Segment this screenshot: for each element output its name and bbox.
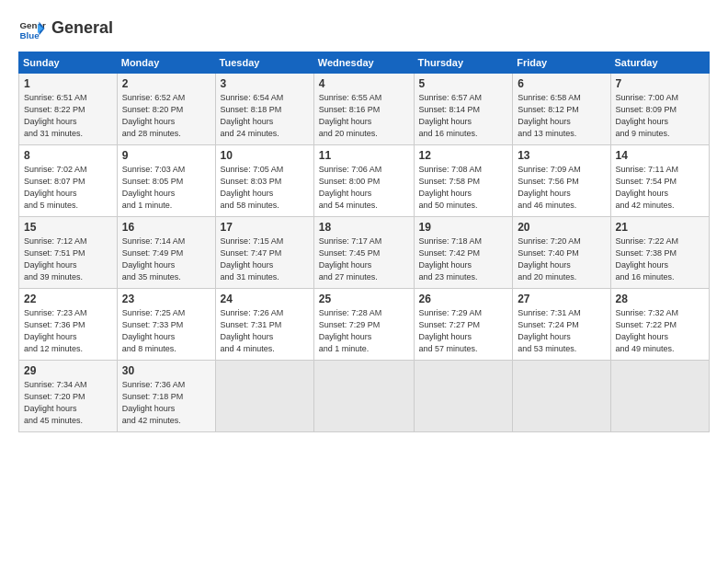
day-number: 15 — [24, 221, 112, 234]
calendar-cell — [513, 361, 610, 432]
calendar-cell: 7 Sunrise: 7:00 AM Sunset: 8:09 PM Dayli… — [610, 74, 709, 145]
calendar-cell: 27 Sunrise: 7:31 AM Sunset: 7:24 PM Dayl… — [513, 289, 610, 361]
weekday-header-saturday: Saturday — [610, 52, 709, 74]
day-info: Sunrise: 7:28 AM Sunset: 7:29 PM Dayligh… — [319, 307, 409, 355]
day-info: Sunrise: 7:02 AM Sunset: 8:07 PM Dayligh… — [24, 164, 112, 212]
calendar-cell: 21 Sunrise: 7:22 AM Sunset: 7:38 PM Dayl… — [610, 217, 709, 289]
day-info: Sunrise: 6:54 AM Sunset: 8:18 PM Dayligh… — [221, 92, 309, 140]
weekday-header-wednesday: Wednesday — [313, 52, 414, 74]
day-number: 21 — [616, 221, 704, 234]
weekday-header-thursday: Thursday — [414, 52, 513, 74]
calendar-cell: 4 Sunrise: 6:55 AM Sunset: 8:16 PM Dayli… — [313, 74, 414, 145]
logo-icon: General Blue — [18, 15, 46, 42]
day-number: 3 — [221, 77, 309, 90]
day-info: Sunrise: 7:09 AM Sunset: 7:56 PM Dayligh… — [518, 164, 605, 212]
logo-line1: General — [51, 19, 113, 38]
day-number: 4 — [319, 77, 409, 90]
calendar-cell: 14 Sunrise: 7:11 AM Sunset: 7:54 PM Dayl… — [610, 145, 709, 217]
day-info: Sunrise: 6:52 AM Sunset: 8:20 PM Dayligh… — [122, 92, 210, 140]
day-info: Sunrise: 7:15 AM Sunset: 7:47 PM Dayligh… — [221, 236, 309, 283]
svg-text:Blue: Blue — [20, 30, 40, 40]
day-info: Sunrise: 7:23 AM Sunset: 7:36 PM Dayligh… — [24, 307, 112, 355]
calendar-cell: 10 Sunrise: 7:05 AM Sunset: 8:03 PM Dayl… — [215, 145, 313, 217]
day-info: Sunrise: 6:58 AM Sunset: 8:12 PM Dayligh… — [518, 92, 605, 140]
calendar-cell: 29 Sunrise: 7:34 AM Sunset: 7:20 PM Dayl… — [19, 361, 118, 432]
day-number: 17 — [221, 221, 309, 234]
day-number: 26 — [419, 293, 508, 305]
day-number: 9 — [122, 149, 210, 162]
day-info: Sunrise: 7:18 AM Sunset: 7:42 PM Dayligh… — [419, 236, 508, 283]
day-number: 20 — [518, 221, 605, 234]
day-info: Sunrise: 7:26 AM Sunset: 7:31 PM Dayligh… — [221, 307, 309, 355]
calendar-cell: 16 Sunrise: 7:14 AM Sunset: 7:49 PM Dayl… — [117, 217, 215, 289]
day-info: Sunrise: 7:11 AM Sunset: 7:54 PM Dayligh… — [616, 164, 704, 212]
day-info: Sunrise: 7:25 AM Sunset: 7:33 PM Dayligh… — [122, 307, 210, 355]
weekday-header-monday: Monday — [117, 52, 215, 74]
day-number: 30 — [122, 364, 210, 377]
weekday-header-sunday: Sunday — [19, 52, 118, 74]
calendar-cell: 23 Sunrise: 7:25 AM Sunset: 7:33 PM Dayl… — [117, 289, 215, 361]
logo-text: General — [51, 19, 113, 38]
day-info: Sunrise: 7:14 AM Sunset: 7:49 PM Dayligh… — [122, 236, 210, 283]
calendar-week-2: 8 Sunrise: 7:02 AM Sunset: 8:07 PM Dayli… — [19, 145, 710, 217]
day-number: 1 — [24, 77, 112, 90]
calendar-cell: 11 Sunrise: 7:06 AM Sunset: 8:00 PM Dayl… — [313, 145, 414, 217]
day-number: 28 — [616, 293, 704, 305]
day-info: Sunrise: 7:00 AM Sunset: 8:09 PM Dayligh… — [616, 92, 704, 140]
day-number: 22 — [24, 293, 112, 305]
calendar-cell: 22 Sunrise: 7:23 AM Sunset: 7:36 PM Dayl… — [19, 289, 118, 361]
day-info: Sunrise: 7:12 AM Sunset: 7:51 PM Dayligh… — [24, 236, 112, 283]
day-number: 2 — [122, 77, 210, 90]
calendar-cell — [313, 361, 414, 432]
day-number: 18 — [319, 221, 409, 234]
calendar-cell: 8 Sunrise: 7:02 AM Sunset: 8:07 PM Dayli… — [19, 145, 118, 217]
day-number: 24 — [221, 293, 309, 305]
calendar-cell: 18 Sunrise: 7:17 AM Sunset: 7:45 PM Dayl… — [313, 217, 414, 289]
calendar-cell: 24 Sunrise: 7:26 AM Sunset: 7:31 PM Dayl… — [215, 289, 313, 361]
calendar-cell — [610, 361, 709, 432]
day-number: 6 — [518, 77, 605, 90]
weekday-header-tuesday: Tuesday — [215, 52, 313, 74]
calendar-cell — [414, 361, 513, 432]
day-info: Sunrise: 6:57 AM Sunset: 8:14 PM Dayligh… — [419, 92, 508, 140]
calendar-week-3: 15 Sunrise: 7:12 AM Sunset: 7:51 PM Dayl… — [19, 217, 710, 289]
day-info: Sunrise: 7:03 AM Sunset: 8:05 PM Dayligh… — [122, 164, 210, 212]
day-info: Sunrise: 7:34 AM Sunset: 7:20 PM Dayligh… — [24, 379, 112, 427]
day-number: 12 — [419, 149, 508, 162]
day-number: 13 — [518, 149, 605, 162]
calendar-cell: 2 Sunrise: 6:52 AM Sunset: 8:20 PM Dayli… — [117, 74, 215, 145]
day-info: Sunrise: 6:55 AM Sunset: 8:16 PM Dayligh… — [319, 92, 409, 140]
day-number: 14 — [616, 149, 704, 162]
day-number: 5 — [419, 77, 508, 90]
day-number: 19 — [419, 221, 508, 234]
day-number: 16 — [122, 221, 210, 234]
calendar-cell: 13 Sunrise: 7:09 AM Sunset: 7:56 PM Dayl… — [513, 145, 610, 217]
day-info: Sunrise: 6:51 AM Sunset: 8:22 PM Dayligh… — [24, 92, 112, 140]
day-info: Sunrise: 7:05 AM Sunset: 8:03 PM Dayligh… — [221, 164, 309, 212]
calendar-cell: 5 Sunrise: 6:57 AM Sunset: 8:14 PM Dayli… — [414, 74, 513, 145]
day-info: Sunrise: 7:17 AM Sunset: 7:45 PM Dayligh… — [319, 236, 409, 283]
day-number: 29 — [24, 364, 112, 377]
day-number: 8 — [24, 149, 112, 162]
calendar-week-1: 1 Sunrise: 6:51 AM Sunset: 8:22 PM Dayli… — [19, 74, 710, 145]
page: General Blue General SundayMondayTuesday… — [0, 0, 728, 563]
day-info: Sunrise: 7:29 AM Sunset: 7:27 PM Dayligh… — [419, 307, 508, 355]
calendar-cell: 17 Sunrise: 7:15 AM Sunset: 7:47 PM Dayl… — [215, 217, 313, 289]
logo: General Blue General — [18, 15, 113, 42]
day-number: 7 — [616, 77, 704, 90]
day-info: Sunrise: 7:22 AM Sunset: 7:38 PM Dayligh… — [616, 236, 704, 283]
day-number: 10 — [221, 149, 309, 162]
calendar-cell: 3 Sunrise: 6:54 AM Sunset: 8:18 PM Dayli… — [215, 74, 313, 145]
calendar-cell: 25 Sunrise: 7:28 AM Sunset: 7:29 PM Dayl… — [313, 289, 414, 361]
calendar-cell: 28 Sunrise: 7:32 AM Sunset: 7:22 PM Dayl… — [610, 289, 709, 361]
day-info: Sunrise: 7:36 AM Sunset: 7:18 PM Dayligh… — [122, 379, 210, 427]
day-info: Sunrise: 7:20 AM Sunset: 7:40 PM Dayligh… — [518, 236, 605, 283]
day-info: Sunrise: 7:32 AM Sunset: 7:22 PM Dayligh… — [616, 307, 704, 355]
calendar-cell: 15 Sunrise: 7:12 AM Sunset: 7:51 PM Dayl… — [19, 217, 118, 289]
calendar-week-5: 29 Sunrise: 7:34 AM Sunset: 7:20 PM Dayl… — [19, 361, 710, 432]
calendar-cell: 9 Sunrise: 7:03 AM Sunset: 8:05 PM Dayli… — [117, 145, 215, 217]
calendar-table: SundayMondayTuesdayWednesdayThursdayFrid… — [18, 52, 710, 432]
day-number: 27 — [518, 293, 605, 305]
calendar-week-4: 22 Sunrise: 7:23 AM Sunset: 7:36 PM Dayl… — [19, 289, 710, 361]
day-info: Sunrise: 7:08 AM Sunset: 7:58 PM Dayligh… — [419, 164, 508, 212]
